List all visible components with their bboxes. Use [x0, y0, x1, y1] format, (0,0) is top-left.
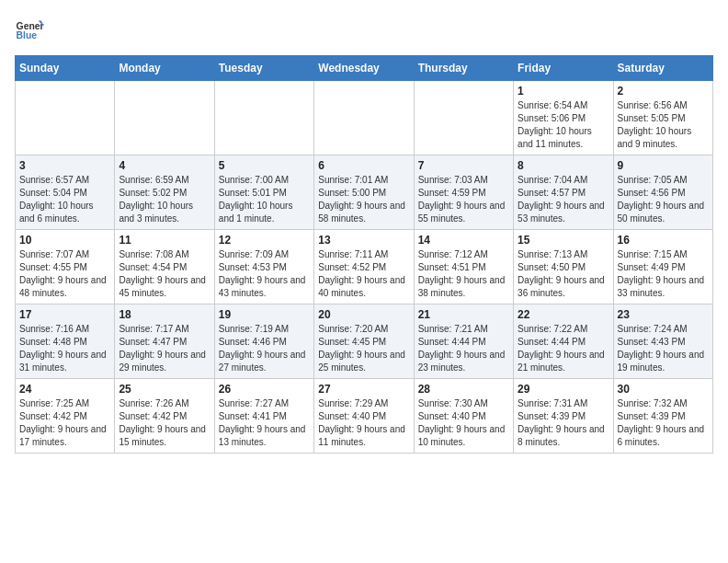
calendar-table: SundayMondayTuesdayWednesdayThursdayFrid… [15, 55, 713, 454]
day-info: Sunrise: 6:57 AM Sunset: 5:04 PM Dayligh… [19, 174, 110, 225]
day-info: Sunrise: 7:31 AM Sunset: 4:39 PM Dayligh… [518, 397, 609, 449]
calendar-cell [314, 81, 414, 155]
calendar-cell: 23Sunrise: 7:24 AM Sunset: 4:43 PM Dayli… [613, 304, 712, 379]
day-info: Sunrise: 7:21 AM Sunset: 4:44 PM Dayligh… [418, 323, 509, 374]
weekday-header-monday: Monday [115, 56, 214, 81]
day-number: 10 [19, 234, 110, 247]
weekday-header-tuesday: Tuesday [214, 56, 313, 81]
svg-text:General: General [17, 21, 44, 31]
calendar-cell: 29Sunrise: 7:31 AM Sunset: 4:39 PM Dayli… [514, 379, 613, 454]
day-info: Sunrise: 7:24 AM Sunset: 4:43 PM Dayligh… [618, 323, 709, 374]
calendar-cell [214, 81, 313, 155]
calendar-cell: 2Sunrise: 6:56 AM Sunset: 5:05 PM Daylig… [613, 81, 712, 155]
day-info: Sunrise: 7:08 AM Sunset: 4:54 PM Dayligh… [119, 248, 210, 300]
day-info: Sunrise: 7:25 AM Sunset: 4:42 PM Dayligh… [19, 397, 110, 449]
day-number: 8 [518, 159, 609, 172]
calendar-cell: 12Sunrise: 7:09 AM Sunset: 4:53 PM Dayli… [214, 230, 313, 304]
calendar-cell: 18Sunrise: 7:17 AM Sunset: 4:47 PM Dayli… [115, 304, 214, 379]
day-number: 26 [219, 383, 310, 396]
day-number: 25 [119, 383, 210, 396]
day-number: 7 [418, 159, 509, 172]
calendar-week-4: 17Sunrise: 7:16 AM Sunset: 4:48 PM Dayli… [16, 304, 713, 379]
calendar-cell: 20Sunrise: 7:20 AM Sunset: 4:45 PM Dayli… [314, 304, 414, 379]
day-info: Sunrise: 7:13 AM Sunset: 4:50 PM Dayligh… [518, 248, 609, 300]
day-info: Sunrise: 7:20 AM Sunset: 4:45 PM Dayligh… [318, 323, 409, 374]
day-number: 28 [418, 383, 509, 396]
day-number: 13 [318, 234, 409, 247]
day-info: Sunrise: 7:29 AM Sunset: 4:40 PM Dayligh… [318, 397, 409, 449]
svg-text:Blue: Blue [17, 30, 38, 40]
weekday-header-sunday: Sunday [16, 56, 115, 81]
day-info: Sunrise: 7:27 AM Sunset: 4:41 PM Dayligh… [219, 397, 310, 449]
calendar-cell: 9Sunrise: 7:05 AM Sunset: 4:56 PM Daylig… [613, 155, 712, 230]
day-number: 16 [618, 234, 709, 247]
day-info: Sunrise: 7:03 AM Sunset: 4:59 PM Dayligh… [418, 174, 509, 225]
calendar-cell: 10Sunrise: 7:07 AM Sunset: 4:55 PM Dayli… [16, 230, 115, 304]
calendar-cell: 8Sunrise: 7:04 AM Sunset: 4:57 PM Daylig… [514, 155, 613, 230]
calendar-cell: 11Sunrise: 7:08 AM Sunset: 4:54 PM Dayli… [115, 230, 214, 304]
day-number: 1 [518, 85, 609, 98]
calendar-header-row: SundayMondayTuesdayWednesdayThursdayFrid… [16, 56, 713, 81]
calendar-cell: 19Sunrise: 7:19 AM Sunset: 4:46 PM Dayli… [214, 304, 313, 379]
day-number: 21 [418, 308, 509, 321]
weekday-header-friday: Friday [514, 56, 613, 81]
calendar-cell: 7Sunrise: 7:03 AM Sunset: 4:59 PM Daylig… [414, 155, 513, 230]
logo-icon: General Blue [15, 15, 44, 44]
day-info: Sunrise: 7:30 AM Sunset: 4:40 PM Dayligh… [418, 397, 509, 449]
day-info: Sunrise: 6:54 AM Sunset: 5:06 PM Dayligh… [518, 99, 609, 151]
calendar-cell: 15Sunrise: 7:13 AM Sunset: 4:50 PM Dayli… [514, 230, 613, 304]
page-header: General Blue [15, 15, 713, 44]
day-number: 2 [618, 85, 709, 98]
calendar-week-3: 10Sunrise: 7:07 AM Sunset: 4:55 PM Dayli… [16, 230, 713, 304]
day-number: 29 [518, 383, 609, 396]
calendar-cell: 30Sunrise: 7:32 AM Sunset: 4:39 PM Dayli… [613, 379, 712, 454]
calendar-cell: 4Sunrise: 6:59 AM Sunset: 5:02 PM Daylig… [115, 155, 214, 230]
weekday-header-wednesday: Wednesday [314, 56, 414, 81]
day-number: 4 [119, 159, 210, 172]
day-number: 5 [219, 159, 310, 172]
day-info: Sunrise: 7:12 AM Sunset: 4:51 PM Dayligh… [418, 248, 509, 300]
weekday-header-thursday: Thursday [414, 56, 513, 81]
day-number: 24 [19, 383, 110, 396]
calendar-cell: 5Sunrise: 7:00 AM Sunset: 5:01 PM Daylig… [214, 155, 313, 230]
day-info: Sunrise: 7:09 AM Sunset: 4:53 PM Dayligh… [219, 248, 310, 300]
day-number: 18 [119, 308, 210, 321]
calendar-cell: 13Sunrise: 7:11 AM Sunset: 4:52 PM Dayli… [314, 230, 414, 304]
weekday-header-saturday: Saturday [613, 56, 712, 81]
calendar-cell: 17Sunrise: 7:16 AM Sunset: 4:48 PM Dayli… [16, 304, 115, 379]
day-number: 22 [518, 308, 609, 321]
calendar-cell: 22Sunrise: 7:22 AM Sunset: 4:44 PM Dayli… [514, 304, 613, 379]
calendar-cell: 27Sunrise: 7:29 AM Sunset: 4:40 PM Dayli… [314, 379, 414, 454]
day-number: 3 [19, 159, 110, 172]
day-number: 17 [19, 308, 110, 321]
day-info: Sunrise: 7:01 AM Sunset: 5:00 PM Dayligh… [318, 174, 409, 225]
day-number: 12 [219, 234, 310, 247]
calendar-cell [115, 81, 214, 155]
day-number: 27 [318, 383, 409, 396]
day-number: 23 [618, 308, 709, 321]
calendar-cell: 14Sunrise: 7:12 AM Sunset: 4:51 PM Dayli… [414, 230, 513, 304]
day-number: 6 [318, 159, 409, 172]
calendar-week-2: 3Sunrise: 6:57 AM Sunset: 5:04 PM Daylig… [16, 155, 713, 230]
day-info: Sunrise: 7:19 AM Sunset: 4:46 PM Dayligh… [219, 323, 310, 374]
calendar-cell: 16Sunrise: 7:15 AM Sunset: 4:49 PM Dayli… [613, 230, 712, 304]
calendar-cell: 24Sunrise: 7:25 AM Sunset: 4:42 PM Dayli… [16, 379, 115, 454]
calendar-cell [16, 81, 115, 155]
calendar-cell: 6Sunrise: 7:01 AM Sunset: 5:00 PM Daylig… [314, 155, 414, 230]
day-info: Sunrise: 7:15 AM Sunset: 4:49 PM Dayligh… [618, 248, 709, 300]
logo: General Blue [15, 15, 44, 44]
day-info: Sunrise: 6:59 AM Sunset: 5:02 PM Dayligh… [119, 174, 210, 225]
calendar-cell: 1Sunrise: 6:54 AM Sunset: 5:06 PM Daylig… [514, 81, 613, 155]
day-info: Sunrise: 7:16 AM Sunset: 4:48 PM Dayligh… [19, 323, 110, 374]
day-info: Sunrise: 7:07 AM Sunset: 4:55 PM Dayligh… [19, 248, 110, 300]
calendar-cell: 26Sunrise: 7:27 AM Sunset: 4:41 PM Dayli… [214, 379, 313, 454]
day-number: 20 [318, 308, 409, 321]
day-number: 30 [618, 383, 709, 396]
calendar-cell: 28Sunrise: 7:30 AM Sunset: 4:40 PM Dayli… [414, 379, 513, 454]
day-info: Sunrise: 7:11 AM Sunset: 4:52 PM Dayligh… [318, 248, 409, 300]
calendar-cell: 25Sunrise: 7:26 AM Sunset: 4:42 PM Dayli… [115, 379, 214, 454]
day-number: 15 [518, 234, 609, 247]
calendar-week-5: 24Sunrise: 7:25 AM Sunset: 4:42 PM Dayli… [16, 379, 713, 454]
calendar-week-1: 1Sunrise: 6:54 AM Sunset: 5:06 PM Daylig… [16, 81, 713, 155]
day-info: Sunrise: 7:32 AM Sunset: 4:39 PM Dayligh… [618, 397, 709, 449]
